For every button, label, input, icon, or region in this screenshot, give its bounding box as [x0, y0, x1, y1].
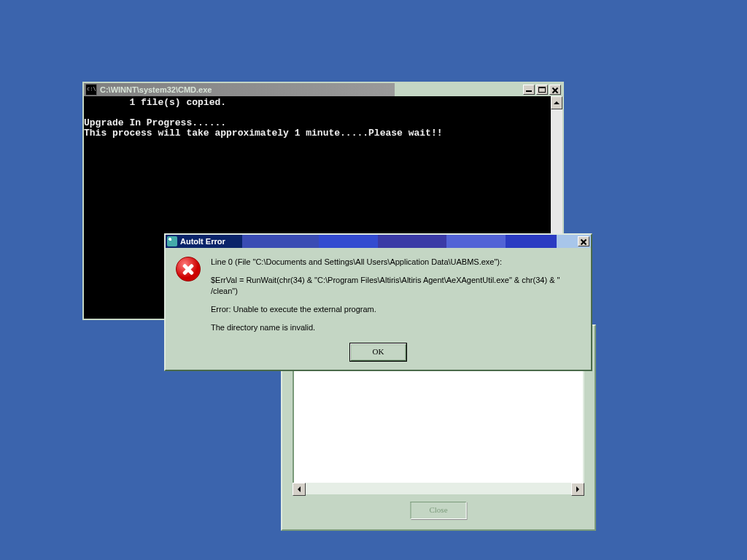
- error-line-code: $ErrVal = RunWait(chr(34) & "C:\Program …: [211, 275, 581, 297]
- error-icon: [176, 257, 201, 281]
- close-button[interactable]: [549, 85, 561, 95]
- cmd-icon: [85, 84, 97, 96]
- close-button[interactable]: Close: [411, 502, 467, 519]
- cmd-title: C:\WINNT\system32\CMD.exe: [100, 85, 522, 94]
- autoit-icon: [167, 236, 177, 246]
- close-button[interactable]: [578, 236, 589, 246]
- cmd-titlebar[interactable]: C:\WINNT\system32\CMD.exe: [84, 83, 562, 96]
- ok-button[interactable]: OK: [350, 343, 406, 361]
- error-line-error: Error: Unable to execute the external pr…: [211, 304, 581, 315]
- scroll-right-button[interactable]: [571, 483, 584, 496]
- maximize-button[interactable]: [536, 85, 548, 95]
- scroll-up-button[interactable]: [551, 96, 562, 109]
- error-line-file: Line 0 (File "C:\Documents and Settings\…: [211, 257, 581, 268]
- autoit-message: Line 0 (File "C:\Documents and Settings\…: [211, 257, 581, 333]
- autoit-title: AutoIt Error: [180, 237, 576, 246]
- minimize-button[interactable]: [523, 85, 535, 95]
- horizontal-scrollbar[interactable]: [293, 483, 584, 494]
- scroll-left-button[interactable]: [293, 483, 306, 496]
- autoit-error-dialog: AutoIt Error Line 0 (File "C:\Documents …: [164, 233, 592, 371]
- scroll-track[interactable]: [306, 483, 571, 494]
- error-line-detail: The directory name is invalid.: [211, 322, 581, 333]
- autoit-titlebar[interactable]: AutoIt Error: [166, 235, 591, 248]
